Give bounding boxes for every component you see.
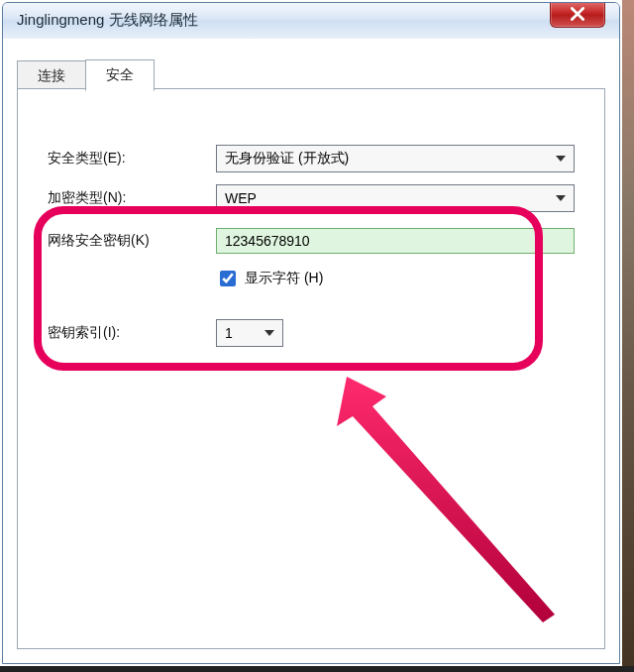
dialog-window: Jinglingmeng 无线网络属性 连接 安全 安全类型(E): 无身份验证… (2, 2, 620, 664)
tab-panel-security: 安全类型(E): 无身份验证 (开放式) 加密类型(N): WEP 网络安全密钥… (17, 88, 605, 649)
sectype-combo[interactable]: 无身份验证 (开放式) (216, 145, 575, 172)
show-chars-label: 显示字符 (H) (245, 270, 323, 287)
index-value: 1 (225, 325, 233, 341)
index-combo[interactable]: 1 (216, 319, 283, 347)
close-button[interactable] (550, 2, 605, 28)
titlebar: Jinglingmeng 无线网络属性 (3, 3, 619, 40)
key-label: 网络安全密钥(K) (48, 232, 216, 250)
key-input[interactable] (216, 228, 575, 254)
sectype-value: 无身份验证 (开放式) (225, 150, 349, 168)
enctype-label: 加密类型(N): (48, 189, 216, 207)
sectype-label: 安全类型(E): (48, 150, 216, 168)
show-chars-input[interactable] (220, 271, 236, 286)
window-title: Jinglingmeng 无线网络属性 (17, 11, 198, 30)
index-label: 密钥索引(I): (48, 324, 216, 342)
show-chars-checkbox[interactable]: 显示字符 (H) (216, 268, 323, 289)
close-icon (571, 7, 584, 21)
tab-security[interactable]: 安全 (85, 59, 155, 91)
enctype-combo[interactable]: WEP (216, 184, 575, 212)
tab-connection[interactable]: 连接 (17, 60, 86, 91)
tabstrip: 连接 安全 (17, 58, 154, 90)
enctype-value: WEP (225, 190, 257, 206)
